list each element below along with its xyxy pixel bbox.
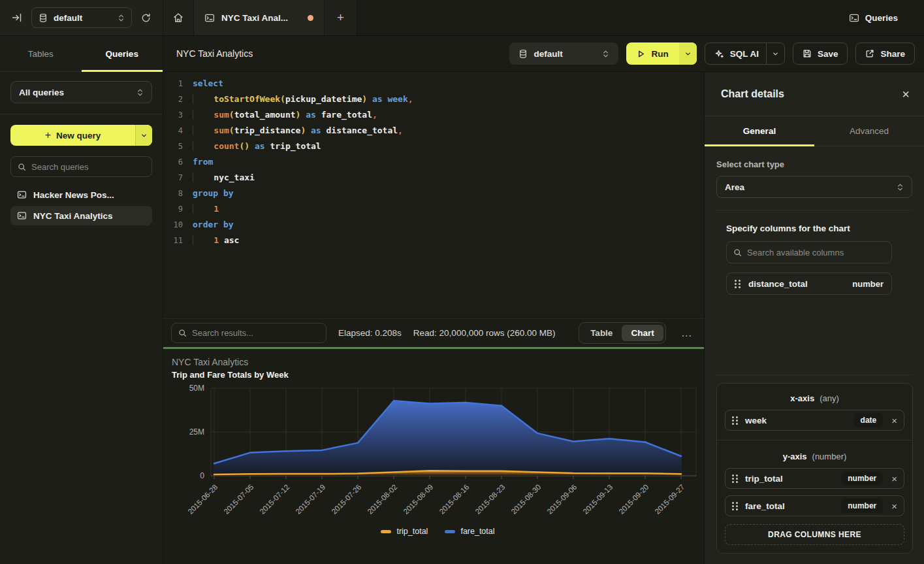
drag-handle-icon[interactable] xyxy=(732,502,738,510)
y-axis-title: y-axis xyxy=(783,452,807,461)
chart-type-select[interactable]: Area xyxy=(716,176,912,198)
new-tab-button[interactable]: + xyxy=(325,0,357,35)
updown-chevron-icon xyxy=(602,50,609,58)
column-name: distance_total xyxy=(748,279,844,289)
tab-general[interactable]: General xyxy=(705,116,814,146)
collapse-sidebar-icon[interactable] xyxy=(12,12,22,23)
query-tab-nyc-taxi[interactable]: NYC Taxi Anal... xyxy=(194,0,325,35)
legend-swatch xyxy=(445,530,455,533)
more-options-icon[interactable]: ... xyxy=(678,327,696,339)
svg-text:0: 0 xyxy=(200,471,204,480)
unsaved-changes-dot xyxy=(308,15,313,21)
remove-column-icon[interactable]: × xyxy=(891,416,897,425)
save-button[interactable]: Save xyxy=(793,42,848,65)
search-queries-input[interactable] xyxy=(31,162,145,172)
plus-icon: + xyxy=(45,129,51,141)
drag-handle-icon[interactable] xyxy=(732,416,738,425)
y-axis-column-trip-total[interactable]: trip_total number × xyxy=(725,468,904,489)
drop-zone[interactable]: DRAG COLUMNS HERE xyxy=(725,524,904,545)
sparkle-icon xyxy=(714,49,724,59)
x-axis-column-week[interactable]: week date × xyxy=(725,410,904,431)
queries-shortcut[interactable]: Queries xyxy=(849,0,924,35)
query-header: NYC Taxi Analytics default Run xyxy=(163,36,924,72)
topbar: default NYC Taxi Anal... + xyxy=(0,0,924,36)
sidebar-tabs: Tables Queries xyxy=(0,36,163,72)
y-axis-hint: (number) xyxy=(812,452,847,461)
search-columns-input[interactable] xyxy=(747,248,885,257)
legend-item-fare-total[interactable]: fare_total xyxy=(445,527,494,536)
column-type-badge: number xyxy=(841,471,883,486)
legend-item-trip-total[interactable]: trip_total xyxy=(381,527,428,536)
new-query-label: New query xyxy=(56,131,101,141)
svg-text:2015-07-05: 2015-07-05 xyxy=(222,483,255,516)
search-results-input[interactable] xyxy=(192,328,319,338)
refresh-icon[interactable] xyxy=(141,13,151,23)
sql-editor[interactable]: 1select2 toStartOfWeek(pickup_datetime) … xyxy=(163,72,704,318)
column-type-badge: number xyxy=(841,499,883,513)
query-list-item-selected[interactable]: NYC Taxi Analytics xyxy=(10,206,152,225)
query-list-item[interactable]: Hacker News Pos... xyxy=(10,185,152,205)
svg-text:2015-09-27: 2015-09-27 xyxy=(653,483,686,516)
home-icon xyxy=(173,12,183,23)
tab-queries[interactable]: Queries xyxy=(82,36,163,71)
panel-divider xyxy=(716,374,912,375)
columns-section-label: Specify columns for the chart xyxy=(726,224,892,233)
close-icon[interactable]: × xyxy=(902,88,910,101)
y-axis-column-fare-total[interactable]: fare_total number × xyxy=(725,495,904,516)
terminal-icon xyxy=(849,13,859,23)
chart-details-panel: Chart details × General Advanced Select … xyxy=(704,72,924,564)
x-axis-header: x-axis (any) xyxy=(725,391,904,403)
svg-text:2015-09-06: 2015-09-06 xyxy=(545,483,578,516)
search-icon xyxy=(733,248,742,257)
chart-type-label: Select chart type xyxy=(705,159,924,169)
run-button[interactable]: Run xyxy=(626,42,696,65)
sql-ai-button[interactable]: SQL AI xyxy=(705,42,785,65)
tab-tables[interactable]: Tables xyxy=(0,36,82,71)
sql-ai-caret[interactable] xyxy=(766,43,784,64)
sql-ai-label: SQL AI xyxy=(730,49,759,59)
header-db-selector[interactable]: default xyxy=(509,42,618,65)
available-column-distance-total[interactable]: distance_total number xyxy=(726,273,892,295)
view-toggle-table[interactable]: Table xyxy=(581,325,622,341)
queries-filter-select[interactable]: All queries xyxy=(10,81,152,103)
chart-type-value: Area xyxy=(725,182,897,192)
run-options-caret[interactable] xyxy=(679,42,697,65)
database-icon xyxy=(39,13,48,23)
sidebar-search xyxy=(10,156,152,177)
sidebar-divider xyxy=(0,114,163,114)
query-item-label: NYC Taxi Analytics xyxy=(33,211,113,221)
legend-label: trip_total xyxy=(396,527,428,536)
new-query-caret[interactable] xyxy=(135,125,152,146)
svg-text:2015-07-19: 2015-07-19 xyxy=(294,483,327,516)
new-query-button[interactable]: + New query xyxy=(10,125,152,146)
svg-text:2015-06-28: 2015-06-28 xyxy=(186,483,219,516)
legend-label: fare_total xyxy=(460,527,494,536)
terminal-icon xyxy=(17,190,27,199)
share-button[interactable]: Share xyxy=(855,42,915,65)
share-label: Share xyxy=(880,49,905,59)
column-name: week xyxy=(745,416,847,425)
home-tab[interactable] xyxy=(163,0,194,35)
share-icon xyxy=(865,49,874,58)
drag-handle-icon[interactable] xyxy=(732,474,738,483)
updown-chevron-icon xyxy=(897,183,904,191)
query-list: Hacker News Pos... NYC Taxi Analytics xyxy=(10,185,152,225)
chart-details-title: Chart details xyxy=(721,88,902,100)
chart-legend: trip_total fare_total xyxy=(172,527,704,536)
remove-column-icon[interactable]: × xyxy=(891,474,897,484)
topbar-db-selector[interactable]: default xyxy=(31,7,132,28)
tab-advanced[interactable]: Advanced xyxy=(814,116,924,146)
view-toggle-chart[interactable]: Chart xyxy=(622,325,663,341)
save-label: Save xyxy=(818,49,838,59)
remove-column-icon[interactable]: × xyxy=(891,501,897,511)
svg-text:2015-07-12: 2015-07-12 xyxy=(258,483,291,516)
query-item-label: Hacker News Pos... xyxy=(33,190,114,200)
y-axis-header: y-axis (number) xyxy=(725,450,904,461)
axes-divider xyxy=(717,440,912,440)
column-name: fare_total xyxy=(745,501,834,511)
area-chart[interactable]: 025M50M2015-06-282015-07-052015-07-12201… xyxy=(172,383,704,524)
results-search xyxy=(171,323,327,343)
search-icon xyxy=(178,329,187,337)
drag-handle-icon[interactable] xyxy=(735,280,741,288)
svg-text:2015-08-30: 2015-08-30 xyxy=(509,483,542,516)
